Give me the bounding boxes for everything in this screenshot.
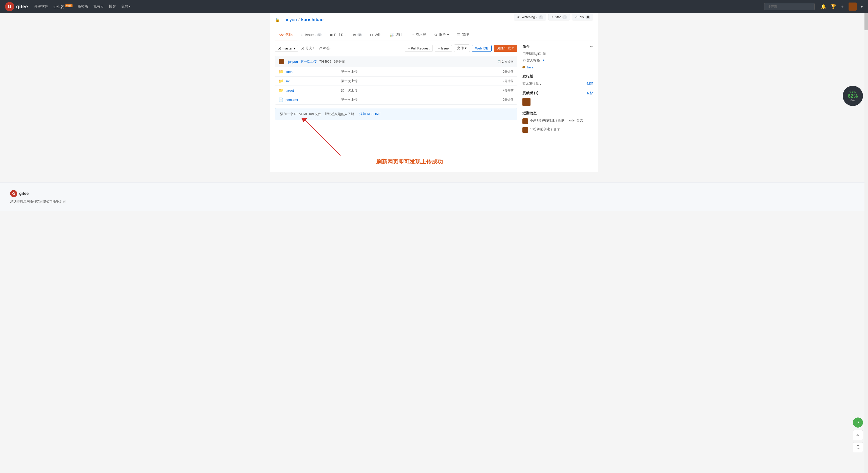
issue-button[interactable]: + Issue	[435, 45, 452, 52]
add-tag-plus[interactable]: ＋	[542, 58, 545, 63]
file-commit-msg-pom: 第一次上传	[336, 97, 493, 102]
tag-count[interactable]: 🏷 标签 0	[319, 46, 333, 50]
file-name-src[interactable]: src	[285, 79, 336, 83]
file-commit-msg-src: 第一次上传	[336, 79, 493, 83]
annotation-arrow-svg	[300, 117, 376, 158]
speed-percent: 62%	[848, 93, 858, 99]
annotation-text: 刷新网页即可发现上传成功	[376, 158, 443, 166]
plus-icon[interactable]: ＋	[840, 3, 844, 9]
nav-link-enterprise[interactable]: 企业版 特惠	[53, 4, 72, 9]
commit-message[interactable]: 第一次上传	[300, 59, 317, 64]
eye-icon: 👁	[517, 15, 520, 19]
file-button[interactable]: 文件 ▾	[454, 44, 470, 52]
search-input[interactable]	[764, 3, 815, 10]
folder-icon: 📁	[279, 79, 283, 83]
tab-pipeline[interactable]: ⋯ 流水线	[406, 30, 430, 40]
gitee-logo-icon: G	[5, 2, 14, 11]
code-icon: </>	[279, 33, 284, 37]
breadcrumb: 🔒 lijunyun / kaoshibao	[275, 17, 323, 23]
navbar-links: 开源软件 企业版 特惠 高校版 私有云 博客 我的 ▾	[34, 4, 758, 9]
tab-services[interactable]: ⚙ 服务 ▾	[430, 30, 453, 40]
file-row: 📁 target 第一次上传 2分钟前	[275, 86, 517, 95]
release-row: 暂无发行版， 创建	[522, 81, 593, 86]
activity-avatar-0	[522, 119, 528, 124]
webide-button[interactable]: Web IDE	[472, 45, 492, 52]
nav-link-opensource[interactable]: 开源软件	[34, 4, 48, 9]
main-container: 🔒 lijunyun / kaoshibao 👁 Watching - 1 ☆ …	[270, 13, 598, 172]
svg-line-0	[305, 120, 341, 156]
tab-manage[interactable]: ☰ 管理	[453, 30, 473, 40]
star-button[interactable]: ☆ Star 0	[548, 13, 570, 21]
manage-icon: ☰	[457, 33, 460, 37]
file-row: 📄 pom.xml 第一次上传 2分钟前	[275, 95, 517, 104]
commit-header: lijunyun 第一次上传 7084909 2分钟前 📋 1 次提交	[275, 56, 517, 67]
navbar: G gitee 开源软件 企业版 特惠 高校版 私有云 博客 我的 ▾ 🔔 🏆 …	[0, 0, 868, 13]
footer-logo: G gitee	[10, 190, 858, 197]
commit-sha: 7084909	[319, 60, 331, 63]
release-create-link[interactable]: 创建	[587, 81, 593, 86]
branch-selector[interactable]: ⎇ master ▾	[275, 45, 298, 52]
file-name-idea[interactable]: .idea	[285, 70, 336, 74]
tab-pullrequests[interactable]: ⇄ Pull Requests 0	[326, 30, 366, 40]
nav-link-blog[interactable]: 博客	[109, 4, 116, 9]
file-name-pom[interactable]: pom.xml	[285, 98, 336, 102]
file-name-target[interactable]: target	[285, 89, 336, 92]
speed-down: 0k/s	[850, 99, 855, 102]
folder-icon: 📁	[279, 69, 283, 74]
navbar-logo[interactable]: G gitee	[5, 2, 28, 11]
file-time-src: 2分钟前	[493, 79, 514, 83]
enterprise-badge: 特惠	[65, 4, 72, 7]
content-area: ⎇ master ▾ ⎇ 分支 1 🏷 标签 0 + Pull Request	[275, 44, 593, 168]
file-commit-msg-target: 第一次上传	[336, 88, 493, 93]
pipeline-icon: ⋯	[410, 33, 414, 37]
breadcrumb-separator: /	[298, 17, 300, 23]
avatar-dropdown-icon[interactable]: ▾	[861, 4, 863, 9]
tab-code[interactable]: </> 代码	[275, 30, 297, 40]
commit-author-name[interactable]: lijunyun	[287, 60, 298, 64]
repo-actions: 👁 Watching - 1 ☆ Star 0 ⑂ Fork 0	[514, 13, 593, 21]
commit-count[interactable]: 📋 1 次提交	[497, 60, 514, 64]
wiki-icon: ⊟	[370, 33, 373, 37]
user-avatar[interactable]	[848, 2, 857, 10]
sidebar-release-title: 发行版	[522, 74, 593, 79]
clone-button[interactable]: 克隆/下载 ▾	[494, 45, 517, 52]
activity-item-0: 不到1分钟前推送了新的 master 分支	[522, 118, 593, 124]
tab-wiki[interactable]: ⊟ Wiki	[366, 30, 385, 40]
activity-avatar-1	[522, 127, 528, 133]
sidebar-contributors-title: 贡献者 (1) 全部	[522, 91, 593, 95]
edit-icon[interactable]: ✏	[590, 45, 593, 49]
repo-main: ⎇ master ▾ ⎇ 分支 1 🏷 标签 0 + Pull Request	[275, 44, 517, 168]
add-readme-link[interactable]: 添加 README	[360, 112, 381, 116]
folder-icon: 📁	[279, 88, 283, 93]
scrollbar-track[interactable]	[865, 0, 868, 211]
readme-banner-text: 添加一个 README.md 文件，帮助感兴趣的人了解。	[280, 112, 358, 116]
fork-button[interactable]: ⑂ Fork 0	[572, 13, 593, 21]
contributor-avatar[interactable]	[522, 98, 530, 106]
services-icon: ⚙	[434, 33, 437, 37]
file-row: 📁 src 第一次上传 2分钟前	[275, 76, 517, 86]
bell-icon[interactable]: 🔔	[821, 4, 826, 9]
watching-button[interactable]: 👁 Watching - 1	[514, 13, 546, 21]
branch-icon: ⎇	[278, 46, 281, 50]
sidebar-lang[interactable]: Java	[522, 65, 533, 69]
tab-issues[interactable]: ⊙ Issues 0	[297, 30, 326, 40]
dropdown-icon: ▾	[293, 46, 295, 50]
pull-request-button[interactable]: + Pull Request	[405, 45, 433, 52]
file-time-target: 2分钟前	[493, 88, 514, 93]
nav-link-mine[interactable]: 我的 ▾	[121, 4, 131, 9]
nav-link-university[interactable]: 高校版	[78, 4, 88, 9]
contributors-all-link[interactable]: 全部	[587, 91, 593, 95]
speed-widget: 0.1k/s 62% 0k/s	[843, 86, 863, 106]
breadcrumb-user[interactable]: lijunyun	[281, 17, 297, 23]
repo-toolbar: ⎇ master ▾ ⎇ 分支 1 🏷 标签 0 + Pull Request	[275, 44, 517, 52]
branch-count[interactable]: ⎇ 分支 1	[301, 46, 315, 50]
trophy-icon[interactable]: 🏆	[830, 4, 836, 9]
file-icon: 📄	[279, 97, 283, 102]
breadcrumb-repo[interactable]: kaoshibao	[301, 17, 323, 23]
sidebar-activity-section: 近期动态 不到1分钟前推送了新的 master 分支 13分钟前创建了仓库	[522, 111, 593, 133]
footer: G gitee 深圳市奥思网络科技有限公司版权所有	[0, 182, 868, 211]
history-icon: 📋	[497, 60, 501, 63]
nav-link-private[interactable]: 私有云	[93, 4, 104, 9]
footer-logo-icon: G	[10, 190, 17, 197]
tab-stats[interactable]: 📊 统计	[385, 30, 406, 40]
